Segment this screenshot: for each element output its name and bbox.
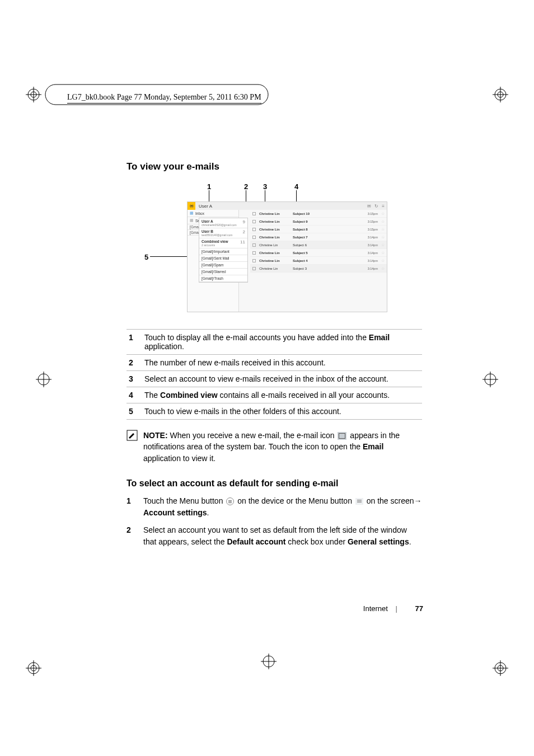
email-screenshot-figure: 1 2 3 4 5 ✉ User A ✉ ↻ ≡	[127, 180, 422, 326]
email-row-checkbox	[252, 243, 256, 247]
account-b-row: User B test0502140@gmail.com 2	[199, 228, 247, 238]
email-row: Christine LinSubject 73:14pm☆	[250, 233, 387, 241]
email-row: Christine LinSubject 103:15pm☆	[250, 210, 387, 218]
email-row-time: 3:14pm	[364, 236, 378, 239]
callout-row-2-num: 2	[127, 355, 142, 371]
reg-mark-bottom-center	[261, 654, 277, 669]
menu-icon: ≡	[382, 204, 385, 209]
email-row-sender: Christine Lin	[259, 251, 289, 255]
step-1: 1 Touch the Menu button on the device or…	[127, 495, 422, 519]
callout-row-2: 2 The number of new e-mails received in …	[127, 355, 422, 371]
reg-mark-bottom-left	[26, 660, 41, 676]
account-b-count: 2	[243, 229, 245, 234]
steps-list: 1 Touch the Menu button on the device or…	[127, 495, 422, 548]
email-row-sender: Christine Lin	[259, 243, 289, 247]
svg-rect-25	[45, 84, 268, 105]
star-icon: ☆	[381, 219, 385, 224]
email-row: Christine LinSubject 63:14pm☆	[250, 241, 387, 249]
callout-row-5-num: 5	[127, 403, 142, 420]
reg-mark-mid-right	[483, 372, 498, 387]
star-icon: ☆	[381, 227, 385, 232]
callout-row-3: 3 Select an account to view e-mails rece…	[127, 371, 422, 387]
email-row-time: 3:14pm	[364, 259, 378, 262]
callout-4: 4	[294, 182, 298, 191]
star-icon: ☆	[381, 243, 385, 247]
reg-mark-bottom-right	[493, 660, 508, 676]
note-block: NOTE: When you receive a new e-mail, the…	[127, 430, 422, 464]
callout-row-3-text: Select an account to view e-mails receiv…	[142, 371, 422, 387]
email-row: Christine LinSubject 43:14pm☆	[250, 257, 387, 265]
account-a-row: User A christinelin0520@gmail.com 9	[199, 218, 247, 228]
email-row-time: 3:14pm	[364, 267, 378, 270]
account-dropdown: User A christinelin0520@gmail.com 9 User…	[199, 218, 248, 283]
email-row-sender: Christine Lin	[259, 236, 289, 239]
account-a-count: 9	[243, 219, 245, 224]
email-row-subject: Subject 3	[293, 267, 361, 270]
step-2-num: 2	[127, 524, 135, 548]
mail-app-icon: ✉	[188, 202, 195, 210]
note-text: NOTE: When you receive a new e-mail, the…	[143, 430, 422, 464]
email-top-bar: ✉ User A ✉ ↻ ≡	[188, 202, 387, 210]
star-icon: ☆	[381, 251, 385, 255]
email-row: Christine LinSubject 83:15pm☆	[250, 226, 387, 233]
email-row-sender: Christine Lin	[259, 267, 289, 270]
folder-spam: [Gmail]/Spam	[199, 262, 247, 269]
email-row-checkbox	[252, 251, 256, 255]
email-row-checkbox	[252, 267, 256, 270]
email-row-subject: Subject 7	[293, 236, 361, 239]
callout-line-5	[150, 256, 187, 257]
star-icon: ☆	[381, 259, 385, 263]
email-row-checkbox	[252, 236, 256, 239]
email-row-sender: Christine Lin	[259, 220, 289, 223]
step-1-num: 1	[127, 495, 135, 519]
email-message-list: Christine LinSubject 103:15pm☆Christine …	[250, 210, 387, 312]
footer-page-number: 77	[415, 604, 423, 613]
callout-description-table: 1 Touch to display all the e-mail accoun…	[127, 329, 422, 420]
sidebar-inbox: ▦Inbox	[188, 210, 238, 217]
star-icon: ☆	[381, 266, 385, 271]
footer-separator: |	[396, 604, 397, 613]
email-row-time: 3:14pm	[364, 251, 378, 255]
email-notification-icon	[338, 432, 346, 440]
note-label: NOTE:	[143, 431, 168, 440]
callout-row-1: 1 Touch to display all the e-mail accoun…	[127, 330, 422, 355]
step-2-body: Select an account you want to set as def…	[143, 524, 422, 548]
callout-row-5: 5 Touch to view e-mails in the other fol…	[127, 403, 422, 420]
email-row: Christine LinSubject 33:14pm☆	[250, 265, 387, 273]
callout-row-1-text: Touch to display all the e-mail accounts…	[142, 330, 422, 355]
combined-view-row: Combined view 2 accounts 11	[199, 238, 247, 248]
email-row-subject: Subject 5	[293, 251, 361, 255]
email-row-time: 3:15pm	[364, 212, 378, 215]
email-row-sender: Christine Lin	[259, 212, 289, 215]
callout-row-2-text: The number of new e-mails received in th…	[142, 355, 422, 371]
email-row: Christine LinSubject 53:14pm☆	[250, 249, 387, 257]
callout-5: 5	[144, 253, 148, 261]
footer-section: Internet	[363, 604, 388, 613]
email-row-subject: Subject 9	[293, 220, 361, 223]
email-app-screenshot: ✉ User A ✉ ↻ ≡ ▦Inbox ▦Sent [Gma [Gma	[187, 201, 387, 312]
folder-sent-mail: [Gmail]/Sent Mail	[199, 255, 247, 262]
callout-2: 2	[244, 182, 248, 191]
email-row: Christine LinSubject 93:15pm☆	[250, 218, 387, 226]
star-icon: ☆	[381, 212, 385, 216]
callout-row-4-num: 4	[127, 387, 142, 403]
device-menu-button-icon	[226, 497, 234, 505]
callout-row-4-text: The Combined view contains all e-mails r…	[142, 387, 422, 403]
callout-row-3-num: 3	[127, 371, 142, 387]
refresh-icon: ↻	[374, 204, 378, 209]
star-icon: ☆	[381, 235, 385, 240]
print-header-oval	[45, 84, 269, 106]
callout-3: 3	[263, 182, 267, 191]
section-title-view-emails: To view your e-mails	[127, 161, 422, 172]
email-row-time: 3:15pm	[364, 228, 378, 231]
step-1-body: Touch the Menu button on the device or t…	[143, 495, 422, 519]
callout-row-5-text: Touch to view e-mails in the other folde…	[142, 403, 422, 420]
email-row-time: 3:14pm	[364, 243, 378, 247]
page-footer: Internet | 77	[363, 604, 423, 613]
reg-mark-mid-left	[36, 372, 51, 387]
compose-icon: ✉	[367, 204, 371, 209]
email-row-time: 3:15pm	[364, 220, 378, 223]
email-row-subject: Subject 10	[293, 212, 361, 215]
email-account-title: User A	[195, 204, 212, 209]
callout-row-4: 4 The Combined view contains all e-mails…	[127, 387, 422, 403]
